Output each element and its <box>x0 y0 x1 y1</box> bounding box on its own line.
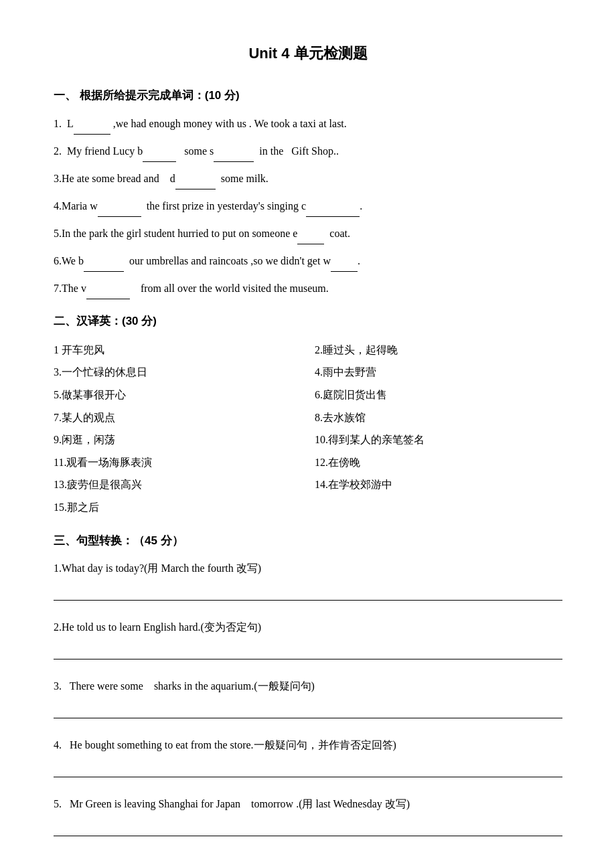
answer-line-3-3 <box>54 700 562 718</box>
blank-6-2 <box>331 250 358 272</box>
q3-3: 3. There were some sharks in the aquariu… <box>54 676 562 718</box>
blank-4-2 <box>306 195 360 217</box>
q3-2: 2.He told us to learn English hard.(变为否定… <box>54 617 562 659</box>
blank-3-1 <box>175 167 216 189</box>
answer-line-3-5 <box>54 818 562 836</box>
s2-item-10: 10.得到某人的亲笔签名 <box>315 429 562 451</box>
section1-questions: 1. L ,we had enough money with us . We t… <box>54 112 562 299</box>
answer-line-3-4 <box>54 759 562 777</box>
section2-header: 二、汉译英：(30 分) <box>54 311 562 332</box>
s2-item-5: 5.做某事很开心 <box>54 384 301 406</box>
s2-item-8: 8.去水族馆 <box>315 406 562 429</box>
q1-1: 1. L ,we had enough money with us . We t… <box>54 112 562 135</box>
section3-questions: 1.What day is today?(用 March the fourth … <box>54 558 562 836</box>
s2-item-6: 6.庭院旧货出售 <box>315 384 562 406</box>
q3-1: 1.What day is today?(用 March the fourth … <box>54 558 562 601</box>
s2-item-2: 2.睡过头，起得晚 <box>315 339 562 362</box>
blank-4-1 <box>98 195 141 217</box>
s2-item-15: 15.那之后 <box>54 496 301 519</box>
page-title: Unit 4 单元检测题 <box>54 40 562 67</box>
s2-item-12: 12.在傍晚 <box>315 451 562 474</box>
answer-line-3-1 <box>54 582 562 601</box>
section2-grid: 1 开车兜风 2.睡过头，起得晚 3.一个忙碌的休息日 4.雨中去野营 5.做某… <box>54 339 562 519</box>
blank-2-1 <box>143 140 176 162</box>
s2-item-3: 3.一个忙碌的休息日 <box>54 361 301 384</box>
q1-5: 5.In the park the girl student hurried t… <box>54 222 562 244</box>
s2-item-14: 14.在学校郊游中 <box>315 473 562 496</box>
blank-1-1 <box>74 112 110 135</box>
q1-4: 4.Maria w the first prize in yesterday's… <box>54 195 562 217</box>
section3-header: 三、句型转换：（45 分） <box>54 531 562 552</box>
blank-6-1 <box>84 250 124 272</box>
s2-item-13: 13.疲劳但是很高兴 <box>54 473 301 496</box>
s2-item-7: 7.某人的观点 <box>54 406 301 429</box>
section1-header: 一、 根据所给提示完成单词：(10 分) <box>54 86 562 106</box>
s2-item-4: 4.雨中去野营 <box>315 361 562 384</box>
blank-5-1 <box>297 222 324 244</box>
q1-7: 7.The v from all over the world visited … <box>54 277 562 299</box>
s2-item-11: 11.观看一场海豚表演 <box>54 451 301 474</box>
q3-5: 5. Mr Green is leaving Shanghai for Japa… <box>54 793 562 836</box>
answer-line-3-2 <box>54 641 562 659</box>
s2-item-empty <box>315 496 562 519</box>
blank-7-1 <box>86 277 130 299</box>
q3-4: 4. He bought something to eat from the s… <box>54 734 562 777</box>
blank-2-2 <box>214 140 254 162</box>
q1-3: 3.He ate some bread and d some milk. <box>54 167 562 189</box>
s2-item-9: 9.闲逛，闲荡 <box>54 429 301 451</box>
s2-item-1: 1 开车兜风 <box>54 339 301 362</box>
q1-2: 2. My friend Lucy b some s in the Gift S… <box>54 140 562 162</box>
q1-6: 6.We b our umbrellas and raincoats ,so w… <box>54 250 562 272</box>
